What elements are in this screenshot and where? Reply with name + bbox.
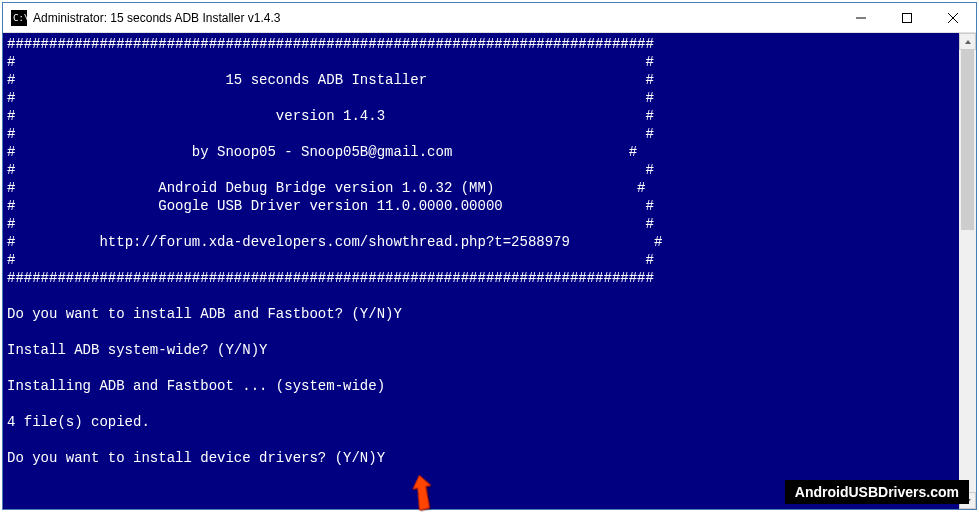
prompt-q1: Do you want to install ADB and Fastboot?… [7,306,393,322]
watermark: AndroidUSBDrivers.com [785,480,969,504]
banner-driver: Google USB Driver version 11.0.0000.0000… [158,198,502,214]
status-line: Installing ADB and Fastboot ... (system-… [7,378,385,394]
console-output[interactable]: ########################################… [3,33,959,509]
scroll-up-arrow[interactable] [959,33,976,50]
window-controls [838,3,976,32]
window-title: Administrator: 15 seconds ADB Installer … [33,11,838,25]
scroll-track[interactable] [959,50,976,492]
banner-title: 15 seconds ADB Installer [225,72,427,88]
console-area: ########################################… [3,33,976,509]
prompt-a3: Y [377,450,385,466]
banner-top: ########################################… [7,36,654,52]
banner-adb: Android Debug Bridge version 1.0.32 (MM) [158,180,494,196]
svg-text:C:\: C:\ [13,13,27,23]
banner-version: version 1.4.3 [276,108,385,124]
app-window: C:\ Administrator: 15 seconds ADB Instal… [2,2,977,510]
prompt-a1: Y [393,306,401,322]
prompt-a2: Y [259,342,267,358]
scroll-thumb[interactable] [961,50,974,230]
cmd-icon: C:\ [11,10,27,26]
vertical-scrollbar[interactable] [959,33,976,509]
minimize-button[interactable] [838,3,884,32]
titlebar[interactable]: C:\ Administrator: 15 seconds ADB Instal… [3,3,976,33]
prompt-q2: Install ADB system-wide? (Y/N) [7,342,259,358]
banner-author: by Snoop05 - Snoop05B@gmail.com [192,144,452,160]
svg-rect-3 [903,13,912,22]
banner-bottom: ########################################… [7,270,654,286]
banner-url: http://forum.xda-developers.com/showthre… [99,234,569,250]
banner-row: # # [7,54,654,70]
copied-line: 4 file(s) copied. [7,414,150,430]
prompt-q3: Do you want to install device drivers? (… [7,450,377,466]
close-button[interactable] [930,3,976,32]
maximize-button[interactable] [884,3,930,32]
